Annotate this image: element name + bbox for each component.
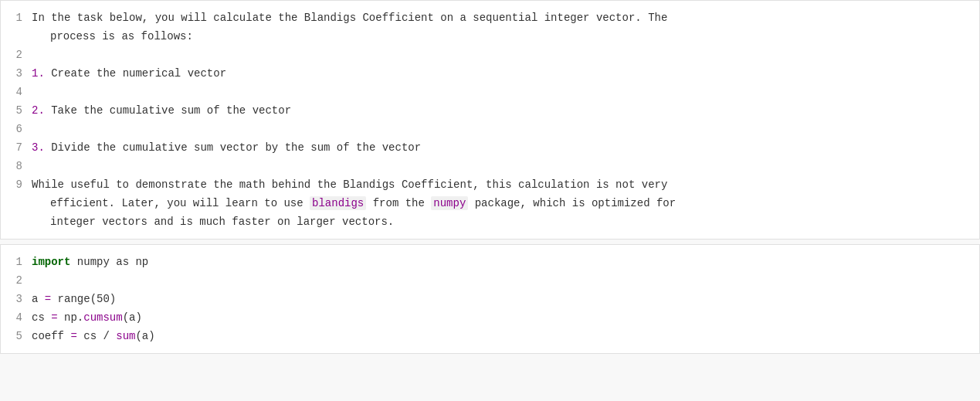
- line-5: 5 2. Take the cumulative sum of the vect…: [1, 101, 979, 120]
- code-line-number-1: 1: [1, 253, 29, 270]
- code-line-content-1: import numpy as np: [29, 253, 979, 270]
- line-number-5: 5: [1, 102, 29, 119]
- line-9-cont1: efficient. Later, you will learn to use …: [1, 194, 979, 212]
- line-9: 9 While useful to demonstrate the math b…: [1, 175, 979, 194]
- line-number-1: 1: [1, 9, 29, 26]
- line-content-9c1: efficient. Later, you will learn to use …: [29, 195, 979, 212]
- marker-3: 3.: [32, 141, 45, 154]
- operator-eq-2: =: [51, 311, 57, 324]
- func-sum: sum: [116, 330, 135, 342]
- marker-1: 1.: [32, 67, 45, 80]
- line-1-cont: process is as follows:: [1, 27, 979, 46]
- code-line-content-5: coeff = cs / sum(a): [29, 328, 979, 345]
- inline-code-blandigs: blandigs: [310, 196, 366, 210]
- operator-eq-1: =: [45, 293, 51, 305]
- line-content-9c2: integer vectors and is much faster on la…: [29, 213, 979, 230]
- line-content-1: In the task below, you will calculate th…: [29, 9, 979, 26]
- line-content-1c: process is as follows:: [29, 28, 979, 45]
- code-line-number-5: 5: [1, 328, 29, 345]
- line-number-6: 6: [1, 121, 29, 138]
- method-cumsum: cumsum: [83, 311, 122, 324]
- line-3: 3 1. Create the numerical vector: [1, 64, 979, 83]
- line-content-3: 1. Create the numerical vector: [29, 65, 979, 82]
- line-content-9: While useful to demonstrate the math beh…: [29, 176, 979, 193]
- code-line-4: 4 cs = np.cumsum(a): [1, 308, 979, 327]
- inline-code-numpy: numpy: [431, 196, 468, 210]
- code-line-number-3: 3: [1, 291, 29, 308]
- code-line-5: 5 coeff = cs / sum(a): [1, 327, 979, 345]
- line-7: 7 3. Divide the cumulative sum vector by…: [1, 138, 979, 157]
- code-block: 1 import numpy as np 2 3 a = range(50) 4…: [0, 244, 980, 354]
- line-content-7: 3. Divide the cumulative sum vector by t…: [29, 139, 979, 156]
- code-line-3: 3 a = range(50): [1, 290, 979, 308]
- code-line-number-4: 4: [1, 309, 29, 326]
- code-line-1: 1 import numpy as np: [1, 253, 979, 271]
- line-number-2: 2: [1, 46, 29, 63]
- line-8: 8: [1, 157, 979, 175]
- line-number-8: 8: [1, 158, 29, 175]
- line-number-4: 4: [1, 83, 29, 100]
- line-4: 4: [1, 83, 979, 101]
- keyword-import: import: [32, 256, 70, 268]
- as-keyword: as: [116, 256, 129, 268]
- code-line-2: 2: [1, 271, 979, 290]
- operator-eq-3: =: [70, 330, 76, 342]
- line-9-cont2: integer vectors and is much faster on la…: [1, 212, 979, 231]
- line-1: 1 In the task below, you will calculate …: [1, 8, 979, 27]
- markdown-block: 1 In the task below, you will calculate …: [0, 0, 980, 240]
- code-line-content-3: a = range(50): [29, 291, 979, 308]
- line-number-3: 3: [1, 65, 29, 82]
- line-6: 6: [1, 120, 979, 138]
- marker-2: 2.: [32, 104, 45, 117]
- line-number-7: 7: [1, 139, 29, 156]
- code-line-content-4: cs = np.cumsum(a): [29, 309, 979, 326]
- line-number-9: 9: [1, 176, 29, 193]
- code-line-number-2: 2: [1, 272, 29, 289]
- line-2: 2: [1, 46, 979, 64]
- line-content-5: 2. Take the cumulative sum of the vector: [29, 102, 979, 119]
